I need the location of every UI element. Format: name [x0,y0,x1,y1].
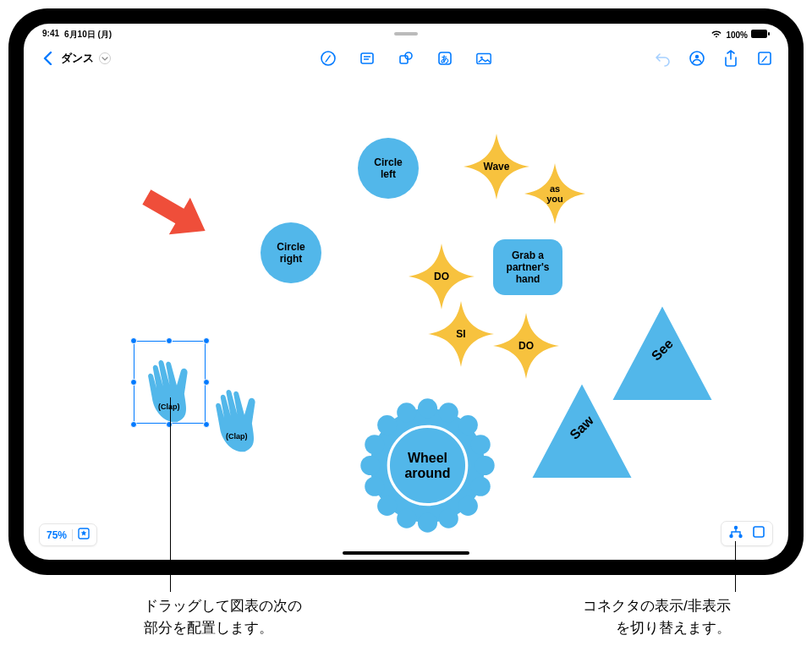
svg-rect-3 [361,53,373,63]
wheel-around-shape[interactable]: Wheel around [358,396,497,535]
svg-text:あ: あ [441,54,449,63]
top-toolbar: ダンス あ [24,44,788,73]
title-dropdown[interactable] [99,52,111,64]
selection-handle[interactable] [203,337,210,344]
zoom-value: 75% [47,529,67,541]
svg-point-50 [738,534,742,538]
grab-label: Grab a partner's hand [498,249,557,285]
clap2-label: (Clap) [226,432,248,441]
ipad-frame: 9:41 6月10日 (月) 100% ダンス [8,8,804,575]
svg-rect-0 [751,30,767,38]
svg-rect-51 [754,527,764,537]
edit-button[interactable] [756,50,773,67]
wifi-icon [710,30,722,40]
svg-point-13 [695,55,699,58]
selection-handle[interactable] [203,379,210,386]
separator [72,529,73,541]
screen: 9:41 6月10日 (月) 100% ダンス [24,24,788,560]
hierarchy-icon[interactable] [728,525,743,542]
do2-label: DO [518,340,534,352]
status-time: 9:41 [42,29,59,41]
selection-handle[interactable] [166,421,173,428]
as-you-label: as you [542,183,568,204]
do-star-1-shape[interactable]: DO [409,244,475,309]
battery-icon [751,30,770,40]
zoom-control[interactable]: 75% [39,523,97,546]
callout-left: ドラッグして図表の次の 部分を配置します。 [144,595,302,638]
wave-star-shape[interactable]: Wave [464,134,529,200]
status-date: 6月10日 (月) [64,29,112,41]
connector-toggle[interactable] [721,521,773,546]
document-title[interactable]: ダンス [61,51,94,66]
wheel-label: Wheel around [394,451,462,481]
share-button[interactable] [722,50,739,67]
saw-triangle-shape[interactable]: Saw [527,379,637,476]
back-button[interactable] [39,50,56,67]
draw-tool-button[interactable] [320,50,337,67]
shapes-button[interactable] [398,50,414,67]
svg-point-49 [729,534,732,538]
do1-label: DO [434,271,449,282]
image-button[interactable] [475,50,492,67]
freeform-canvas[interactable]: Circle left Circle right Wave as you DO [24,74,788,560]
svg-rect-6 [400,56,408,63]
selection-handle[interactable] [130,421,137,428]
status-bar: 9:41 6月10日 (月) 100% [24,24,788,42]
selection-handle[interactable] [130,337,137,344]
red-arrow-shape[interactable] [138,184,214,247]
wave-label: Wave [484,161,510,172]
home-indicator [343,551,469,555]
circle-right-shape[interactable]: Circle right [261,222,321,283]
undo-button[interactable] [655,50,672,67]
text-button[interactable]: あ [436,50,453,67]
svg-point-48 [734,526,738,529]
battery-percent: 100% [726,30,748,40]
callout-right: コネクタの表示/非表示 を切り替えます。 [583,595,731,638]
sticky-note-button[interactable] [359,50,376,67]
as-you-star-shape[interactable]: as you [524,163,585,224]
circle-right-label: Circle right [270,241,312,265]
rectangle-icon[interactable] [752,525,765,542]
selection-handle[interactable] [130,379,137,386]
svg-rect-1 [768,32,770,36]
collaborate-button[interactable] [689,50,705,67]
clap-hand-2-shape[interactable]: (Clap) [206,375,282,455]
si-label: SI [456,328,465,340]
connector-lines [24,74,277,201]
callout-line-left [170,397,171,592]
selection-handle[interactable] [203,421,210,428]
selection-handle[interactable] [166,337,173,344]
si-star-shape[interactable]: SI [428,301,494,367]
do-star-2-shape[interactable]: DO [493,313,559,379]
star-icon[interactable] [78,528,90,542]
callout-line-right [735,541,736,592]
circle-left-label: Circle left [367,156,409,180]
grab-partner-shape[interactable]: Grab a partner's hand [493,239,562,295]
circle-left-shape[interactable]: Circle left [358,138,419,199]
